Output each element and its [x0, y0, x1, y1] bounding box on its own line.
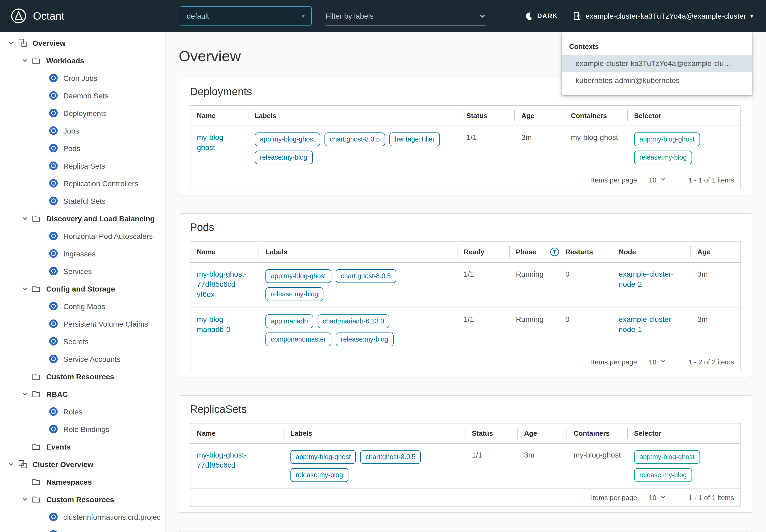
label-chip[interactable]: heritage:Tiller: [389, 132, 440, 146]
sidebar-item-cron-jobs[interactable]: Cron Jobs: [0, 69, 165, 87]
chevron-down-icon[interactable]: [479, 12, 486, 19]
sidebar-item-label: Discovery and Load Balancing: [46, 214, 155, 223]
sidebar-item-overview[interactable]: Overview: [0, 34, 165, 52]
sidebar-item-secrets[interactable]: Secrets: [0, 333, 165, 350]
context-label: example-cluster-ka3TuTzYo4a@example-clus…: [585, 12, 746, 20]
label-chip[interactable]: release:my-blog: [266, 287, 324, 301]
cell-link[interactable]: my-blog-ghost-77df85c6cd-vf6dx: [197, 270, 247, 298]
sidebar-item-label: Services: [63, 267, 92, 275]
sidebar-item-role-bindings[interactable]: Role Bindings: [0, 420, 165, 438]
items-per-page-select[interactable]: 10: [649, 358, 666, 366]
sidebar-item-label: Custom Resources: [46, 372, 114, 381]
cell-link[interactable]: my-blog-ghost: [197, 133, 226, 152]
label-chip[interactable]: app:my-blog-ghost: [290, 450, 356, 464]
label-chip[interactable]: release:my-blog: [255, 151, 313, 164]
sidebar-item-custom-resources[interactable]: Custom Resources: [0, 368, 165, 385]
sidebar-item-config-maps[interactable]: Config Maps: [0, 297, 165, 315]
chevron-down-icon[interactable]: [5, 461, 17, 467]
sidebar-item-deployments[interactable]: Deployments: [0, 104, 165, 122]
chevron-down-icon[interactable]: [19, 285, 31, 292]
items-per-page-value: 10: [649, 358, 656, 366]
table-cell: my-blog-ghost: [564, 126, 628, 171]
chevron-down-icon[interactable]: [5, 40, 17, 46]
label-filter[interactable]: [326, 6, 486, 26]
folder-icon: [31, 284, 41, 293]
column-header-label: Selector: [634, 429, 661, 437]
sidebar-item-horizontal-pod-autoscalers[interactable]: Horizontal Pod Autoscalers: [0, 227, 165, 245]
sidebar-item-replication-controllers[interactable]: Replication Controllers: [0, 174, 165, 192]
sidebar-item-workloads[interactable]: Workloads: [0, 52, 165, 69]
chevron-down-icon: [660, 494, 666, 502]
sidebar-item-roles[interactable]: Roles: [0, 403, 165, 420]
sidebar-item-ingresses[interactable]: Ingresses: [0, 245, 165, 262]
partial-card: [179, 531, 752, 532]
sidebar-item-service-accounts[interactable]: Service Accounts: [0, 350, 165, 368]
label-chip[interactable]: chart:ghost-8.0.5: [324, 132, 385, 146]
selector-chip[interactable]: release:my-blog: [634, 468, 692, 482]
context-dropdown: Contexts example-cluster-ka3TuTzYo4a@exa…: [562, 32, 752, 95]
label-chip[interactable]: app:my-blog-ghost: [266, 269, 331, 283]
column-header-label: Status: [472, 429, 493, 437]
pagination-footer: Items per page101 - 2 of 2 items: [190, 353, 740, 371]
sidebar-item-csidrivers-csi-storage-k8s-io[interactable]: csidrivers.csi.storage.k8s.io: [0, 526, 165, 532]
chevron-down-icon: [660, 176, 666, 184]
label-chip[interactable]: app:mariadb: [266, 314, 313, 328]
sidebar-item-rbac[interactable]: RBAC: [0, 385, 165, 403]
cell-link[interactable]: my-blog-ghost-77df85c6cd: [197, 451, 247, 469]
sidebar-item-pods[interactable]: Pods: [0, 139, 165, 157]
chevron-down-icon[interactable]: [19, 496, 31, 502]
table-row: my-blog-ghostapp:my-blog-ghostchart:ghos…: [190, 126, 740, 171]
header-row: NameLabelsReadyPhaseRestartsNodeAge: [190, 242, 740, 263]
sidebar-item-custom-resources[interactable]: Custom Resources: [0, 491, 165, 508]
context-menu-item[interactable]: kubernetes-admin@kubernetes: [562, 72, 752, 89]
main-content: Overview DeploymentsNameLabelsStatusAgeC…: [166, 32, 766, 532]
sidebar-item-cluster-overview[interactable]: Cluster Overview: [0, 455, 165, 473]
sidebar-item-events[interactable]: Events: [0, 438, 165, 455]
sidebar-item-services[interactable]: Services: [0, 262, 165, 280]
selector-chip[interactable]: release:my-blog: [634, 151, 692, 164]
pagination-range: 1 - 1 of 1 items: [688, 176, 734, 184]
cell-link[interactable]: my-blog-mariadb-0: [197, 315, 230, 334]
sidebar-item-discovery-and-load-balancing[interactable]: Discovery and Load Balancing: [0, 210, 165, 227]
namespace-select[interactable]: default ▾: [180, 6, 312, 26]
cell-text: 0: [565, 315, 570, 323]
table-cell: app:my-blog-ghostrelease:my-blog: [628, 443, 740, 488]
sidebar-item-jobs[interactable]: Jobs: [0, 122, 165, 139]
table-cell: my-blog-ghost: [567, 443, 628, 488]
label-chip[interactable]: release:my-blog: [336, 333, 394, 346]
selector-chip[interactable]: app:my-blog-ghost: [634, 450, 700, 464]
sidebar-item-clusterinformations-crd-projec[interactable]: clusterinformations.crd.projec: [0, 508, 165, 526]
label-chip[interactable]: component:master: [266, 333, 331, 346]
cell-link[interactable]: example-cluster-node-2: [619, 270, 674, 288]
label-chip[interactable]: release:my-blog: [290, 468, 348, 482]
filter-icon[interactable]: [550, 247, 559, 256]
sidebar-item-config-and-storage[interactable]: Config and Storage: [0, 280, 165, 297]
cell-link[interactable]: example-cluster-node-1: [619, 315, 674, 334]
theme-toggle[interactable]: DARK: [524, 12, 558, 20]
selector-chip[interactable]: app:my-blog-ghost: [634, 132, 700, 146]
sidebar-item-daemon-sets[interactable]: Daemon Sets: [0, 87, 165, 104]
context-selector[interactable]: example-cluster-ka3TuTzYo4a@example-clus…: [573, 12, 753, 20]
chevron-down-icon[interactable]: [19, 391, 31, 397]
items-per-page-select[interactable]: 10: [649, 176, 666, 184]
namespace-value: default: [187, 12, 209, 20]
label-chip[interactable]: app:my-blog-ghost: [255, 132, 320, 146]
table-cell: app:mariadbchart:mariadb-6.13.0component…: [259, 308, 457, 353]
label-chip[interactable]: chart:mariadb-6.13.0: [318, 314, 390, 328]
chip-list: app:my-blog-ghostrelease:my-blog: [634, 450, 734, 482]
label-chip[interactable]: chart:ghost-8.0.5: [336, 269, 396, 283]
replication-controllers-icon: [48, 179, 59, 188]
cell-text: 3m: [521, 133, 532, 142]
column-header-containers: Containers: [567, 423, 628, 443]
sidebar-item-namespaces[interactable]: Namespaces: [0, 473, 165, 491]
label-filter-input[interactable]: [326, 11, 474, 20]
chevron-down-icon[interactable]: [19, 57, 31, 64]
sidebar-item-stateful-sets[interactable]: Stateful Sets: [0, 192, 165, 210]
sidebar-item-persistent-volume-claims[interactable]: Persistent Volume Claims: [0, 315, 165, 333]
label-chip[interactable]: chart:ghost-8.0.5: [360, 450, 421, 464]
chevron-down-icon[interactable]: [19, 215, 31, 222]
items-per-page-select[interactable]: 10: [649, 494, 666, 502]
sidebar-item-replica-sets[interactable]: Replica Sets: [0, 157, 165, 174]
table-cell: 3m: [691, 308, 740, 353]
context-menu-item[interactable]: example-cluster-ka3TuTzYo4a@example-clu…: [562, 55, 752, 72]
